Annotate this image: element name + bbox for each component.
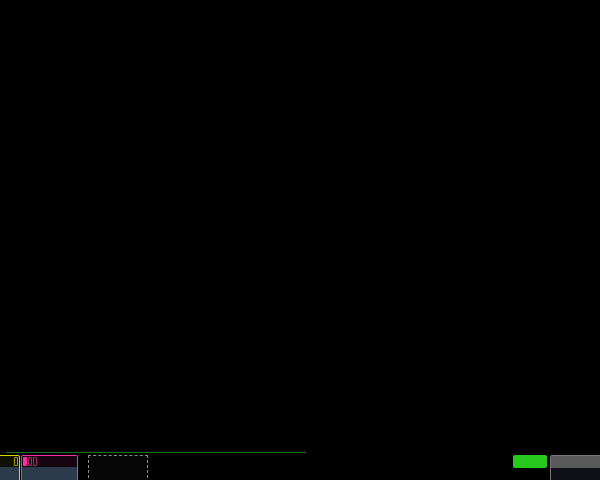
c2-coupling-badge	[33, 457, 37, 466]
waveform-display	[0, 0, 600, 318]
bottom-toolbar	[0, 455, 600, 480]
timebase-label	[551, 456, 600, 468]
histogram-baseline	[6, 452, 306, 453]
hd-mode-badge[interactable]	[513, 455, 547, 468]
timebase-value	[551, 468, 600, 480]
add-trace-button[interactable]	[88, 455, 148, 480]
c1-coupling-badge	[14, 457, 18, 466]
c2-channel-label	[23, 457, 27, 466]
timebase-box[interactable]	[550, 455, 600, 480]
time-axis	[0, 318, 600, 337]
c1-scale-value	[0, 467, 19, 480]
histicon-row	[0, 432, 600, 454]
c2-scale-value	[22, 467, 77, 480]
oscilloscope-screen	[0, 0, 600, 480]
c2-esr-badge	[28, 457, 32, 466]
waveform-svg	[0, 0, 600, 318]
channel-box-c2[interactable]	[21, 455, 78, 480]
channel-box-c1[interactable]	[0, 455, 20, 480]
